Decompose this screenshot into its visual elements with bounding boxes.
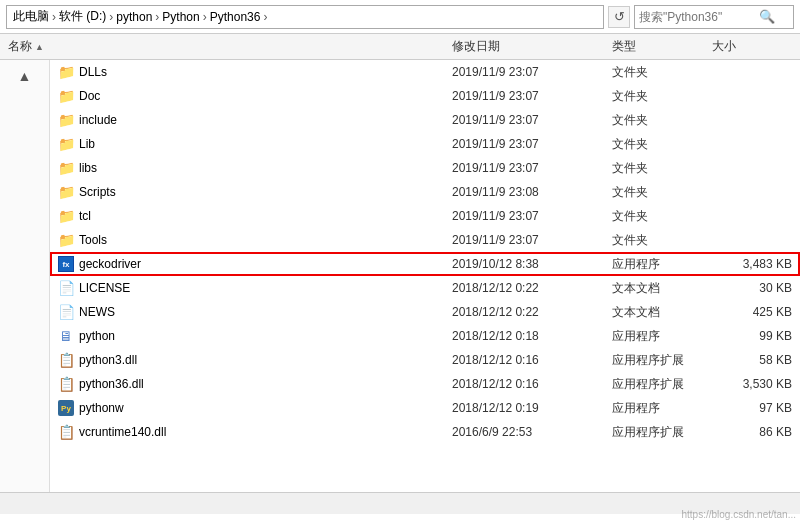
col-name[interactable]: 名称 ▲	[8, 38, 452, 55]
table-row[interactable]: 🖥 python 2018/12/12 0:18 应用程序 99 KB	[50, 324, 800, 348]
file-name-text: NEWS	[79, 305, 115, 319]
file-name-text: tcl	[79, 209, 91, 223]
table-row[interactable]: Py pythonw 2018/12/12 0:19 应用程序 97 KB	[50, 396, 800, 420]
folder-icon: 📁	[58, 112, 74, 128]
app-icon: 🖥	[58, 328, 74, 344]
file-type-cell: 文件夹	[612, 112, 712, 129]
file-name-cell: Py pythonw	[58, 400, 452, 416]
file-size-cell: 3,530 KB	[712, 377, 792, 391]
table-row[interactable]: 📁 include 2019/11/9 23:07 文件夹	[50, 108, 800, 132]
file-type-cell: 应用程序扩展	[612, 352, 712, 369]
file-name-cell: 🖥 python	[58, 328, 452, 344]
table-row[interactable]: 📄 LICENSE 2018/12/12 0:22 文本文档 30 KB	[50, 276, 800, 300]
file-name-cell: 📁 tcl	[58, 208, 452, 224]
file-name-cell: fx geckodriver	[58, 256, 452, 272]
table-row[interactable]: 📁 Tools 2019/11/9 23:07 文件夹	[50, 228, 800, 252]
table-row[interactable]: 📁 Scripts 2019/11/9 23:08 文件夹	[50, 180, 800, 204]
table-row[interactable]: 📁 DLLs 2019/11/9 23:07 文件夹	[50, 60, 800, 84]
search-box[interactable]: 🔍	[634, 5, 794, 29]
file-name-text: Scripts	[79, 185, 116, 199]
file-type-cell: 应用程序	[612, 256, 712, 273]
sidebar-up-arrow[interactable]: ▲	[18, 68, 32, 84]
file-date-cell: 2018/12/12 0:18	[452, 329, 612, 343]
file-size-cell: 58 KB	[712, 353, 792, 367]
file-type-cell: 文本文档	[612, 280, 712, 297]
file-size-cell: 3,483 KB	[712, 257, 792, 271]
file-size-cell: 425 KB	[712, 305, 792, 319]
gecko-icon: fx	[58, 256, 74, 272]
file-name-cell: 📄 LICENSE	[58, 280, 452, 296]
search-input[interactable]	[639, 10, 759, 24]
file-type-cell: 文件夹	[612, 136, 712, 153]
file-type-cell: 应用程序扩展	[612, 376, 712, 393]
file-type-cell: 文本文档	[612, 304, 712, 321]
table-row[interactable]: 📋 python3.dll 2018/12/12 0:16 应用程序扩展 58 …	[50, 348, 800, 372]
breadcrumb-python[interactable]: python	[116, 10, 152, 24]
file-size-cell: 86 KB	[712, 425, 792, 439]
breadcrumb-computer[interactable]: 此电脑	[13, 8, 49, 25]
table-row[interactable]: 📋 python36.dll 2018/12/12 0:16 应用程序扩展 3,…	[50, 372, 800, 396]
file-size-cell: 99 KB	[712, 329, 792, 343]
file-name-cell: 📁 Lib	[58, 136, 452, 152]
file-date-cell: 2018/12/12 0:19	[452, 401, 612, 415]
file-name-text: python3.dll	[79, 353, 137, 367]
status-bar	[0, 492, 800, 514]
table-row[interactable]: 📁 Doc 2019/11/9 23:07 文件夹	[50, 84, 800, 108]
file-name-text: geckodriver	[79, 257, 141, 271]
folder-icon: 📁	[58, 232, 74, 248]
breadcrumb-Python[interactable]: Python	[162, 10, 199, 24]
file-rows: 📁 DLLs 2019/11/9 23:07 文件夹 📁 Doc 2019/11…	[50, 60, 800, 492]
table-row[interactable]: 📁 tcl 2019/11/9 23:07 文件夹	[50, 204, 800, 228]
folder-icon: 📁	[58, 88, 74, 104]
file-date-cell: 2016/6/9 22:53	[452, 425, 612, 439]
table-row[interactable]: 📁 libs 2019/11/9 23:07 文件夹	[50, 156, 800, 180]
file-type-cell: 文件夹	[612, 64, 712, 81]
file-date-cell: 2019/11/9 23:07	[452, 209, 612, 223]
search-icon[interactable]: 🔍	[759, 9, 775, 24]
table-row[interactable]: 📁 Lib 2019/11/9 23:07 文件夹	[50, 132, 800, 156]
file-date-cell: 2018/12/12 0:22	[452, 305, 612, 319]
file-date-cell: 2019/11/9 23:07	[452, 233, 612, 247]
breadcrumb-path[interactable]: 此电脑 › 软件 (D:) › python › Python › Python…	[6, 5, 604, 29]
refresh-button[interactable]: ↺	[608, 6, 630, 28]
file-date-cell: 2018/12/12 0:16	[452, 377, 612, 391]
file-name-text: DLLs	[79, 65, 107, 79]
file-name-cell: 📁 libs	[58, 160, 452, 176]
file-date-cell: 2019/10/12 8:38	[452, 257, 612, 271]
file-type-cell: 文件夹	[612, 208, 712, 225]
col-size[interactable]: 大小	[712, 38, 792, 55]
breadcrumb-python36[interactable]: Python36	[210, 10, 261, 24]
text-icon: 📄	[58, 304, 74, 320]
folder-icon: 📁	[58, 184, 74, 200]
file-type-cell: 文件夹	[612, 184, 712, 201]
file-name-text: Doc	[79, 89, 100, 103]
file-date-cell: 2019/11/9 23:07	[452, 89, 612, 103]
folder-icon: 📁	[58, 64, 74, 80]
sort-arrow-name: ▲	[35, 42, 44, 52]
file-name-cell: 📁 Tools	[58, 232, 452, 248]
file-date-cell: 2018/12/12 0:16	[452, 353, 612, 367]
file-date-cell: 2019/11/9 23:07	[452, 113, 612, 127]
col-type[interactable]: 类型	[612, 38, 712, 55]
file-type-cell: 应用程序	[612, 400, 712, 417]
file-name-text: pythonw	[79, 401, 124, 415]
col-date[interactable]: 修改日期	[452, 38, 612, 55]
file-date-cell: 2019/11/9 23:07	[452, 137, 612, 151]
text-icon: 📄	[58, 280, 74, 296]
file-size-cell: 97 KB	[712, 401, 792, 415]
table-row[interactable]: 📄 NEWS 2018/12/12 0:22 文本文档 425 KB	[50, 300, 800, 324]
file-name-cell: 📋 python36.dll	[58, 376, 452, 392]
file-date-cell: 2019/11/9 23:07	[452, 65, 612, 79]
table-row[interactable]: fx geckodriver 2019/10/12 8:38 应用程序 3,48…	[50, 252, 800, 276]
folder-icon: 📁	[58, 136, 74, 152]
file-name-text: libs	[79, 161, 97, 175]
file-name-text: python	[79, 329, 115, 343]
file-type-cell: 文件夹	[612, 160, 712, 177]
file-name-text: include	[79, 113, 117, 127]
file-name-text: Lib	[79, 137, 95, 151]
file-type-cell: 文件夹	[612, 88, 712, 105]
file-name-text: Tools	[79, 233, 107, 247]
breadcrumb-drive[interactable]: 软件 (D:)	[59, 8, 106, 25]
table-row[interactable]: 📋 vcruntime140.dll 2016/6/9 22:53 应用程序扩展…	[50, 420, 800, 444]
dll-icon: 📋	[58, 424, 74, 440]
